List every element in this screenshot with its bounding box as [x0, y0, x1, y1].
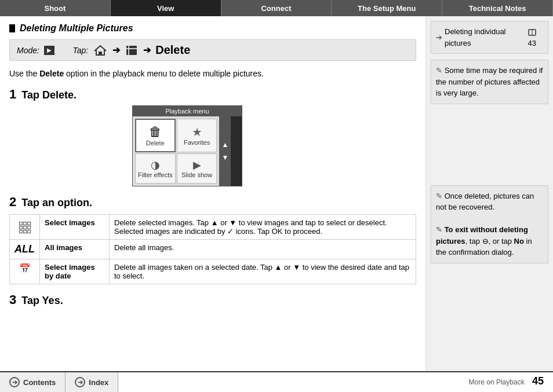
menu-item-filter[interactable]: ◑ Filter effects: [135, 153, 176, 184]
index-link[interactable]: ➔ Index: [66, 372, 118, 392]
intro-text: Use the Delete option in the playback me…: [9, 68, 416, 80]
trash-icon: 🗑: [149, 124, 162, 140]
ref-page: 43: [528, 26, 543, 49]
mode-bar: Mode: ▶ Tap: ➔ ➔ Delete: [9, 39, 416, 61]
menu-icon: [126, 45, 137, 56]
step-2-header: 2 Tap an option.: [9, 195, 416, 210]
sidebar-bottom-note: ✎ Once deleted, pictures can not be reco…: [431, 185, 548, 263]
ref-label: Deleting individual pictures: [445, 26, 519, 49]
tab-view[interactable]: View: [111, 0, 221, 16]
table-row: ALL All images Delete all images.: [10, 240, 416, 259]
select-by-date-desc: Delete all images taken on a selected da…: [110, 259, 416, 284]
page-info: More on Playback 45: [469, 375, 544, 387]
bottom-bar: ➔ Contents ➔ Index More on Playback 45: [0, 371, 553, 392]
playback-menu-title: Playback menu: [133, 106, 242, 116]
grid-icon: [19, 222, 31, 233]
all-text-icon: ALL: [14, 243, 35, 255]
contents-link[interactable]: ➔ Contents: [0, 372, 66, 392]
menu-item-favorites[interactable]: ★ Favorites: [177, 119, 217, 152]
step-2: 2 Tap an option. Sele: [9, 195, 416, 284]
sidebar-top-ref: ➔ Deleting individual pictures 43: [431, 21, 548, 54]
page-title: Deleting Multiple Pictures: [9, 23, 416, 34]
book-icon: [528, 29, 536, 36]
select-by-date-icon-cell: 📅: [10, 259, 40, 284]
tab-technical-notes[interactable]: Technical Notes: [442, 0, 553, 16]
step-3: 3 Tap Yes.: [9, 292, 416, 307]
arrow2: ➔: [143, 45, 151, 56]
step-3-header: 3 Tap Yes.: [9, 292, 416, 307]
page-ref: ➔ Deleting individual pictures 43: [436, 26, 543, 49]
star-icon: ★: [192, 125, 202, 139]
tab-setup-menu[interactable]: The Setup Menu: [332, 0, 442, 16]
sidebar-time-note: ✎ Some time may be required if the numbe…: [431, 60, 548, 104]
select-images-desc: Delete selected images. Tap ▲ or ▼ to vi…: [110, 215, 416, 240]
filter-icon: ◑: [151, 159, 160, 171]
calendar-icon: 📅: [19, 263, 31, 273]
note-icon-1: ✎: [436, 66, 445, 75]
step-1: 1 Tap Delete. Playback menu 🗑: [9, 87, 416, 186]
select-images-label: Select images: [40, 215, 110, 240]
sidebar-once-deleted: ✎ Once deleted, pictures can not be reco…: [436, 190, 543, 213]
tab-connect[interactable]: Connect: [221, 0, 332, 16]
right-sidebar: ➔ Deleting individual pictures 43 ✎ Some…: [425, 16, 553, 371]
sidebar-exit-note: ✎ To exit without deleting pictures, tap…: [436, 224, 543, 258]
slideshow-icon: ▶: [193, 159, 201, 171]
arrow1: ➔: [112, 45, 120, 56]
content-area: Deleting Multiple Pictures Mode: ▶ Tap: …: [0, 16, 425, 371]
menu-item-delete[interactable]: 🗑 Delete: [135, 119, 176, 152]
menu-item-slideshow[interactable]: ▶ Slide show: [177, 153, 217, 184]
main-layout: Deleting Multiple Pictures Mode: ▶ Tap: …: [0, 16, 553, 371]
all-images-label: All images: [40, 240, 110, 259]
ref-arrow-icon: ➔: [436, 32, 442, 43]
table-row: 📅 Select images by date Delete all image…: [10, 259, 416, 284]
contents-arrow-icon: ➔: [9, 377, 20, 387]
step-1-header: 1 Tap Delete.: [9, 87, 416, 102]
scroll-arrows: ▲ ▼: [219, 116, 231, 186]
tab-shoot[interactable]: Shoot: [0, 0, 111, 16]
nav-tabs: Shoot View Connect The Setup Menu Techni…: [0, 0, 553, 16]
svg-rect-1: [99, 52, 102, 55]
note-icon-3: ✎: [436, 225, 445, 234]
title-icon: [9, 24, 15, 32]
note-icon-2: ✎: [436, 192, 445, 200]
index-arrow-icon: ➔: [75, 377, 85, 387]
play-icon: ▶: [44, 46, 54, 55]
select-images-icon-cell: [10, 215, 40, 240]
table-row: Select images Delete selected images. Ta…: [10, 215, 416, 240]
all-images-icon-cell: ALL: [10, 240, 40, 259]
home-icon: [94, 45, 107, 56]
playback-menu: Playback menu 🗑 Delete ★: [132, 105, 242, 186]
all-images-desc: Delete all images.: [110, 240, 416, 259]
options-table: Select images Delete selected images. Ta…: [9, 214, 416, 284]
svg-rect-2: [126, 46, 137, 55]
select-by-date-label: Select images by date: [40, 259, 110, 284]
step1-layout: Playback menu 🗑 Delete ★: [9, 105, 416, 186]
